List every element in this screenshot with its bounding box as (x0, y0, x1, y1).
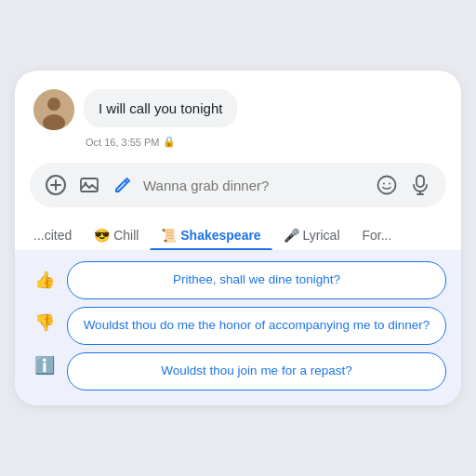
lock-icon: 🔒 (163, 136, 176, 148)
add-button[interactable] (43, 172, 69, 198)
suggestion-2[interactable]: Wouldst thou do me the honor of accompan… (67, 307, 446, 345)
svg-point-10 (389, 183, 390, 185)
tab-chill[interactable]: 😎 Chill (83, 220, 150, 250)
tab-for[interactable]: For... (351, 220, 403, 250)
tabs-row: ...cited 😎 Chill 📜 Shakespeare 🎤 Lyrical… (15, 220, 461, 250)
svg-rect-6 (81, 178, 98, 192)
tab-lyrical[interactable]: 🎤 Lyrical (272, 220, 351, 250)
svg-point-8 (378, 177, 396, 194)
svg-rect-11 (416, 176, 424, 187)
message-row: I will call you tonight (30, 89, 446, 130)
tab-shakespeare[interactable]: 📜 Shakespeare (150, 220, 271, 250)
avatar (33, 89, 74, 130)
tab-excited[interactable]: ...cited (22, 220, 83, 250)
edit-button[interactable] (110, 172, 136, 198)
suggestions-list: Prithee, shall we dine tonight? Wouldst … (67, 261, 446, 390)
thumbs-down-button[interactable]: 👎 (30, 308, 60, 337)
main-card: I will call you tonight Oct 16, 3:55 PM … (15, 71, 461, 405)
message-bubble: I will call you tonight (84, 89, 237, 127)
image-button[interactable] (76, 172, 102, 198)
thumbs-up-button[interactable]: 👍 (30, 265, 60, 295)
svg-point-9 (383, 183, 385, 185)
side-actions: 👍 👎 ℹ️ (30, 261, 60, 390)
svg-point-1 (47, 98, 60, 111)
search-input[interactable] (143, 178, 366, 193)
message-timestamp: Oct 16, 3:55 PM 🔒 (30, 136, 446, 148)
suggestion-3[interactable]: Wouldst thou join me for a repast? (67, 352, 446, 390)
suggestions-panel: 👍 👎 ℹ️ Prithee, shall we dine tonight? W… (15, 250, 461, 405)
mic-button[interactable] (407, 172, 433, 198)
input-row (30, 163, 446, 207)
info-button[interactable]: ℹ️ (30, 350, 60, 380)
emoji-button[interactable] (374, 172, 400, 198)
suggestion-1[interactable]: Prithee, shall we dine tonight? (67, 261, 446, 299)
